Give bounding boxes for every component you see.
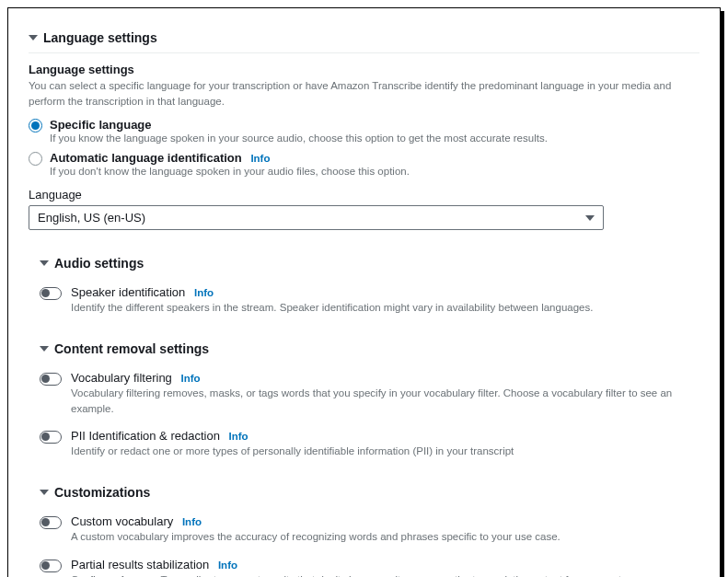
- info-link-vocab-filter[interactable]: Info: [180, 373, 200, 384]
- audio-settings-header[interactable]: Audio settings: [40, 247, 699, 276]
- caret-down-icon: [40, 346, 49, 352]
- caret-down-icon: [29, 35, 38, 40]
- chevron-down-icon: [585, 215, 595, 221]
- content-removal-title: Content removal settings: [54, 341, 209, 356]
- content-removal-header[interactable]: Content removal settings: [40, 332, 699, 362]
- toggle-partial-results[interactable]: [40, 560, 62, 572]
- pii-label: PII Identification & redaction: [71, 429, 220, 443]
- caret-down-icon: [40, 260, 49, 266]
- language-settings-title: Language settings: [43, 30, 157, 45]
- info-link-pii[interactable]: Info: [229, 431, 248, 442]
- customizations-header[interactable]: Customizations: [40, 476, 699, 505]
- pii-desc: Identify or redact one or more types of …: [71, 444, 699, 459]
- radio-auto-language[interactable]: [29, 152, 42, 166]
- vocab-filter-label: Vocabulary filtering: [71, 371, 172, 385]
- settings-panel: Language settings Language settings You …: [7, 7, 721, 577]
- language-settings-desc: You can select a specific language for y…: [29, 78, 699, 109]
- language-settings-subtitle: Language settings: [29, 63, 699, 76]
- vocab-filter-desc: Vocabulary filtering removes, masks, or …: [71, 386, 699, 416]
- info-link-speaker-id[interactable]: Info: [194, 287, 214, 298]
- language-field-label: Language: [29, 188, 699, 202]
- radio-auto-label: Automatic language identification: [50, 151, 242, 165]
- toggle-custom-vocabulary[interactable]: [40, 516, 62, 529]
- customizations-title: Customizations: [54, 485, 150, 500]
- radio-specific-language[interactable]: [29, 119, 42, 133]
- language-settings-header[interactable]: Language settings: [29, 21, 699, 53]
- radio-auto-desc: If you don't know the language spoken in…: [50, 166, 410, 177]
- language-select[interactable]: English, US (en-US): [29, 205, 604, 230]
- info-link-auto-language[interactable]: Info: [250, 153, 270, 164]
- radio-specific-label: Specific language: [50, 118, 548, 132]
- toggle-vocabulary-filtering[interactable]: [40, 373, 62, 386]
- info-link-partial-results[interactable]: Info: [218, 560, 237, 571]
- toggle-speaker-identification[interactable]: [40, 287, 62, 300]
- partial-results-desc: Configure Amazon Transcribe to present r…: [71, 572, 699, 577]
- speaker-id-desc: Identify the different speakers in the s…: [71, 300, 699, 316]
- partial-results-label: Partial results stabilization: [71, 558, 209, 571]
- language-select-value: English, US (en-US): [38, 211, 145, 225]
- speaker-id-label: Speaker identification: [71, 285, 185, 299]
- audio-settings-title: Audio settings: [54, 256, 144, 271]
- toggle-pii-redaction[interactable]: [40, 431, 62, 444]
- info-link-custom-vocab[interactable]: Info: [182, 516, 202, 527]
- custom-vocab-desc: A custom vocabulary improves the accurac…: [71, 529, 699, 545]
- custom-vocab-label: Custom vocabulary: [71, 514, 173, 528]
- radio-specific-desc: If you know the language spoken in your …: [50, 133, 548, 144]
- caret-down-icon: [40, 490, 49, 495]
